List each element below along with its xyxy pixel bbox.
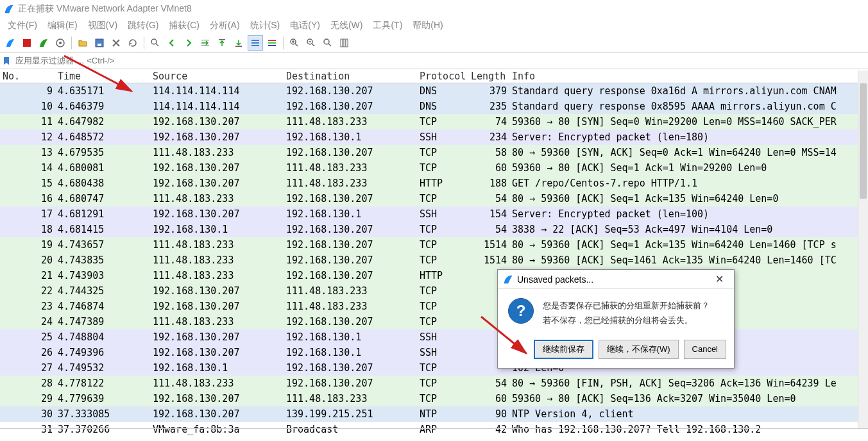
- go-forward-icon[interactable]: [181, 35, 196, 51]
- header-info[interactable]: Info: [512, 71, 868, 82]
- zoom-out-icon[interactable]: [303, 35, 319, 51]
- packet-row[interactable]: 194.743657111.48.183.233192.168.130.207T…: [0, 237, 868, 253]
- packet-row[interactable]: 234.746874192.168.130.207111.48.183.233T…: [0, 299, 868, 314]
- cell-time: 4.779639: [58, 393, 153, 404]
- close-file-icon[interactable]: [108, 35, 124, 51]
- cell-no: 16: [0, 193, 58, 204]
- zoom-reset-icon[interactable]: [320, 35, 336, 51]
- cell-source: 111.48.183.233: [153, 147, 286, 158]
- open-file-icon[interactable]: [75, 35, 90, 51]
- packet-row[interactable]: 154.680438192.168.130.207111.48.183.233H…: [0, 176, 868, 191]
- restart-capture-icon[interactable]: [36, 35, 51, 51]
- header-length[interactable]: Length: [471, 71, 512, 82]
- packet-row[interactable]: 294.779639192.168.130.207111.48.183.233T…: [0, 391, 868, 406]
- toolbar: [0, 33, 868, 53]
- packet-row[interactable]: 164.680747111.48.183.233192.168.130.207T…: [0, 191, 868, 206]
- cell-source: 192.168.130.207: [153, 285, 286, 297]
- cell-no: 21: [0, 270, 58, 281]
- packet-row[interactable]: 124.648572192.168.130.207192.168.130.1SS…: [0, 129, 868, 145]
- auto-scroll-icon[interactable]: [248, 35, 263, 51]
- colorize-icon[interactable]: [264, 35, 280, 51]
- header-time[interactable]: Time: [58, 71, 153, 82]
- cell-source: 192.168.130.207: [153, 208, 286, 220]
- capture-options-icon[interactable]: [53, 35, 68, 51]
- menu-wireless[interactable]: 无线(W): [327, 19, 367, 33]
- packet-row[interactable]: 244.747389111.48.183.233192.168.130.207T…: [0, 314, 868, 329]
- menu-view[interactable]: 视图(V): [84, 19, 122, 33]
- packet-row[interactable]: 264.749396192.168.130.207192.168.130.1SS…: [0, 345, 868, 360]
- svg-rect-8: [219, 39, 225, 40]
- unsaved-packets-dialog: Unsaved packets... ✕ ? 您是否要保存已捕获的分组重新开始捕…: [497, 269, 735, 369]
- packet-row[interactable]: 114.647982192.168.130.207111.48.183.233T…: [0, 114, 868, 129]
- cell-source: 111.48.183.233: [153, 239, 286, 251]
- go-last-icon[interactable]: [231, 35, 246, 51]
- cell-destination: 192.168.130.207: [286, 270, 420, 281]
- menu-edit[interactable]: 编辑(E): [44, 19, 81, 33]
- cell-protocol: TCP: [420, 254, 471, 266]
- cell-destination: 111.48.183.233: [286, 178, 420, 189]
- cell-length: 90: [471, 408, 512, 420]
- go-back-icon[interactable]: [164, 35, 180, 51]
- cell-protocol: HTTP: [420, 270, 471, 281]
- cell-destination: 111.48.183.233: [286, 162, 420, 174]
- packet-row[interactable]: 214.743903111.48.183.233192.168.130.207H…: [0, 268, 868, 283]
- cell-no: 11: [0, 116, 58, 128]
- packet-row[interactable]: 254.748804192.168.130.207192.168.130.1SS…: [0, 329, 868, 345]
- packet-row[interactable]: 94.635171114.114.114.114192.168.130.207D…: [0, 83, 868, 99]
- packet-row[interactable]: 174.681291192.168.130.207192.168.130.1SS…: [0, 206, 868, 222]
- cell-destination: 192.168.130.207: [286, 378, 420, 389]
- dialog-titlebar[interactable]: Unsaved packets... ✕: [498, 270, 734, 289]
- menu-file[interactable]: 文件(F): [4, 19, 41, 33]
- cancel-button[interactable]: Cancel: [684, 340, 726, 359]
- packet-row[interactable]: 3037.333085192.168.130.207139.199.215.25…: [0, 406, 868, 422]
- packet-row[interactable]: 104.646379114.114.114.114192.168.130.207…: [0, 99, 868, 114]
- scrollbar-thumb[interactable]: [860, 83, 867, 199]
- packet-row[interactable]: 224.744325192.168.130.207111.48.183.233T…: [0, 283, 868, 299]
- save-file-icon[interactable]: [92, 35, 107, 51]
- menu-tools[interactable]: 工具(T): [369, 19, 406, 33]
- stop-capture-icon[interactable]: [19, 35, 35, 51]
- header-no[interactable]: No.: [0, 71, 58, 82]
- header-destination[interactable]: Destination: [286, 71, 420, 82]
- resize-columns-icon[interactable]: [337, 35, 352, 51]
- header-protocol[interactable]: Protocol: [420, 71, 471, 82]
- start-capture-icon[interactable]: [3, 35, 18, 51]
- go-first-icon[interactable]: [214, 35, 230, 51]
- go-to-packet-icon[interactable]: [198, 35, 213, 51]
- packet-row[interactable]: 134.679535111.48.183.233192.168.130.207T…: [0, 145, 868, 160]
- menu-go[interactable]: 跳转(G): [124, 19, 162, 33]
- menu-stats[interactable]: 统计(S): [246, 19, 284, 33]
- header-source[interactable]: Source: [153, 71, 286, 82]
- cell-destination: 192.168.130.207: [286, 316, 420, 328]
- zoom-in-icon[interactable]: [287, 35, 302, 51]
- save-before-continue-button[interactable]: 继续前保存: [534, 340, 593, 359]
- reload-icon[interactable]: [125, 35, 140, 51]
- filter-bookmark-icon[interactable]: [0, 56, 13, 65]
- packet-row[interactable]: 274.749532192.168.130.1192.168.130.207TC…: [0, 360, 868, 376]
- cell-time: 4.681291: [58, 208, 153, 220]
- menu-help[interactable]: 帮助(H): [409, 19, 447, 33]
- cell-protocol: TCP: [420, 147, 471, 158]
- find-icon[interactable]: [148, 35, 163, 51]
- cell-time: 4.646379: [58, 101, 153, 112]
- cell-protocol: TCP: [420, 362, 471, 374]
- cell-protocol: SSH: [420, 331, 471, 343]
- packet-row[interactable]: 284.778122111.48.183.233192.168.130.207T…: [0, 376, 868, 391]
- menu-capture[interactable]: 捕获(C): [165, 19, 203, 33]
- vertical-scrollbar[interactable]: [858, 71, 868, 428]
- packet-row[interactable]: 184.681415192.168.130.1192.168.130.207TC…: [0, 222, 868, 237]
- cell-source: 114.114.114.114: [153, 101, 286, 112]
- packet-row[interactable]: 144.680081192.168.130.207111.48.183.233T…: [0, 160, 868, 176]
- titlebar: 正在捕获 VMware Network Adapter VMnet8: [0, 0, 868, 18]
- display-filter-input[interactable]: [13, 54, 868, 67]
- cell-destination: 192.168.130.207: [286, 254, 420, 266]
- menu-analyze[interactable]: 分析(A): [206, 19, 244, 33]
- packet-list[interactable]: 94.635171114.114.114.114192.168.130.207D…: [0, 83, 868, 437]
- cell-length: 188: [471, 178, 512, 189]
- menu-telephony[interactable]: 电话(Y): [286, 19, 324, 33]
- cell-protocol: SSH: [420, 131, 471, 143]
- cell-protocol: DNS: [420, 101, 471, 112]
- packet-row[interactable]: 204.743835111.48.183.233192.168.130.207T…: [0, 253, 868, 268]
- continue-without-save-button[interactable]: 继续，不保存(W): [599, 340, 679, 359]
- close-icon[interactable]: ✕: [710, 270, 729, 289]
